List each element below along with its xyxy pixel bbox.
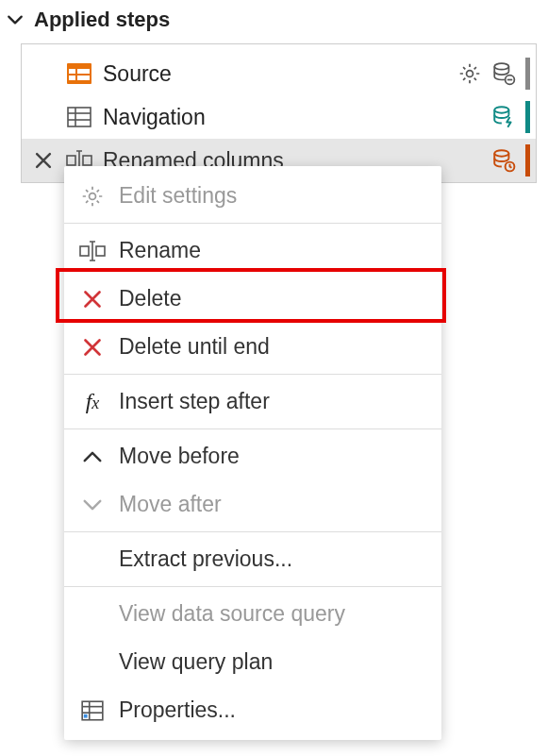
svg-rect-4 <box>77 76 90 80</box>
menu-label: Move before <box>111 444 240 469</box>
menu-label: Delete until end <box>111 334 270 360</box>
menu-separator <box>64 586 441 587</box>
chevron-down-icon <box>74 495 111 515</box>
context-menu: Edit settings Rename Delete Delete until… <box>64 166 441 740</box>
menu-label: Extract previous... <box>111 546 292 572</box>
menu-extract-previous[interactable]: Extract previous... <box>64 535 441 583</box>
menu-label: View data source query <box>111 601 345 627</box>
step-indicator-bar <box>525 58 530 90</box>
menu-properties[interactable]: Properties... <box>64 686 441 734</box>
database-minus-icon[interactable] <box>490 59 518 88</box>
svg-rect-2 <box>77 69 90 74</box>
menu-edit-settings: Edit settings <box>64 172 441 220</box>
menu-rename[interactable]: Rename <box>64 227 441 275</box>
menu-move-after: Move after <box>64 480 441 529</box>
applied-steps-header[interactable]: Applied steps <box>0 0 548 42</box>
svg-rect-3 <box>69 76 75 80</box>
properties-icon <box>74 698 111 723</box>
svg-point-6 <box>494 63 508 70</box>
svg-point-17 <box>90 193 96 199</box>
svg-rect-14 <box>83 156 91 165</box>
svg-rect-1 <box>69 69 75 74</box>
table-icon <box>65 103 93 131</box>
svg-rect-19 <box>96 246 105 256</box>
menu-label: Delete <box>111 286 181 311</box>
chevron-down-icon <box>6 11 25 28</box>
menu-label: Move after <box>111 492 222 517</box>
delete-step-x-icon[interactable] <box>22 150 65 171</box>
step-label: Navigation <box>93 105 490 130</box>
source-table-icon <box>65 59 93 88</box>
menu-label: Properties... <box>111 697 236 723</box>
step-row-navigation[interactable]: Navigation <box>22 95 536 139</box>
menu-separator <box>64 428 441 429</box>
database-clock-icon[interactable] <box>490 146 518 175</box>
menu-separator <box>64 223 441 224</box>
gear-icon <box>74 184 111 209</box>
step-indicator-bar <box>525 101 530 133</box>
menu-separator <box>64 531 441 532</box>
rename-icon <box>74 239 111 263</box>
menu-delete[interactable]: Delete <box>64 275 441 323</box>
applied-steps-panel: Source <box>21 43 537 183</box>
applied-steps-title: Applied steps <box>34 8 170 32</box>
svg-point-5 <box>467 71 473 77</box>
svg-rect-24 <box>84 714 88 717</box>
menu-view-data-source-query: View data source query <box>64 590 441 638</box>
step-row-source[interactable]: Source <box>22 52 536 95</box>
menu-move-before[interactable]: Move before <box>64 432 441 480</box>
menu-delete-until-end[interactable]: Delete until end <box>64 323 441 371</box>
menu-label: Insert step after <box>111 389 270 414</box>
step-label: Source <box>93 61 456 87</box>
menu-separator <box>64 374 441 375</box>
menu-label: Edit settings <box>111 183 237 209</box>
step-indicator-bar <box>525 144 530 176</box>
svg-rect-18 <box>80 246 89 256</box>
gear-icon[interactable] <box>456 59 484 88</box>
menu-view-query-plan[interactable]: View query plan <box>64 638 441 686</box>
chevron-up-icon <box>74 446 111 467</box>
fx-icon: fx <box>74 389 111 414</box>
database-lightning-icon[interactable] <box>490 103 518 131</box>
svg-point-15 <box>494 150 508 157</box>
svg-rect-8 <box>68 108 91 126</box>
close-x-icon <box>74 336 111 359</box>
svg-rect-13 <box>67 156 75 165</box>
menu-label: Rename <box>111 238 201 263</box>
menu-label: View query plan <box>111 649 273 675</box>
close-x-icon <box>74 288 111 311</box>
menu-insert-step-after[interactable]: fx Insert step after <box>64 378 441 426</box>
svg-point-12 <box>494 107 508 113</box>
